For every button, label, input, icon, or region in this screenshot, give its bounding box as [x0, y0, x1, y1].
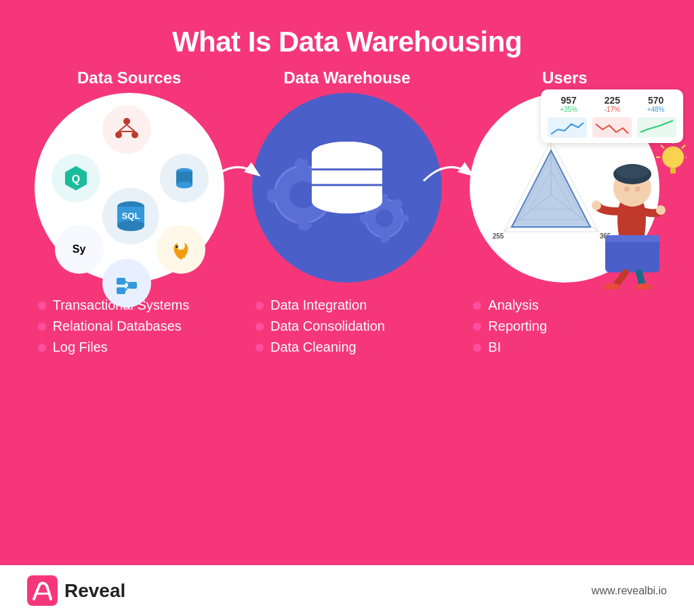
warehouse-bullets: Data Integration Data Consolidation Data… — [242, 297, 452, 361]
bullet-logfiles: Log Files — [38, 340, 234, 355]
warehouse-circle — [252, 93, 442, 283]
svg-rect-20 — [117, 287, 125, 294]
bullet-integration: Data Integration — [256, 297, 452, 313]
warehouse-inner — [252, 93, 442, 283]
svg-rect-37 — [399, 215, 409, 222]
svg-point-2 — [123, 118, 130, 125]
svg-line-64 — [615, 272, 626, 286]
bullet-consolidation: Data Consolidation — [256, 319, 452, 334]
bullet-reporting: Reporting — [473, 319, 670, 334]
svg-rect-18 — [117, 278, 125, 285]
svg-line-78 — [682, 145, 685, 148]
bullet-dot — [256, 344, 264, 352]
svg-point-70 — [616, 165, 649, 178]
svg-point-67 — [636, 283, 652, 289]
dashboard-card: 957 +35% 225 -17% 570 +48% — [541, 89, 683, 143]
col-title-sources: Data Sources — [77, 68, 181, 87]
metric-225: 225 -17% — [605, 95, 620, 113]
data-sources-circle: Q SQL — [35, 93, 224, 283]
svg-rect-82 — [27, 575, 58, 606]
col-title-warehouse: Data Warehouse — [283, 68, 410, 87]
svg-point-74 — [656, 205, 666, 215]
svg-rect-61 — [637, 117, 676, 138]
svg-point-34 — [375, 209, 393, 227]
svg-point-71 — [624, 186, 630, 192]
icon-query: Q — [52, 154, 100, 203]
svg-point-72 — [635, 186, 640, 192]
bullet-dot — [473, 344, 481, 352]
bullet-cleaning: Data Cleaning — [256, 340, 452, 355]
footer-url: www.revealbi.io — [592, 585, 667, 597]
svg-point-73 — [592, 201, 601, 210]
bullet-dot — [473, 323, 481, 331]
svg-text:255: 255 — [493, 232, 504, 240]
warehouse-illustration — [259, 100, 435, 276]
svg-rect-19 — [128, 282, 137, 289]
svg-point-4 — [131, 131, 138, 138]
bullet-dot — [38, 344, 46, 352]
bullet-dot — [38, 302, 46, 310]
svg-text:SQL: SQL — [121, 211, 140, 221]
svg-point-15 — [117, 220, 144, 231]
bullet-bi: BI — [473, 340, 670, 355]
metric-957: 957 +35% — [560, 95, 577, 113]
main-title: What Is Data Warehousing — [0, 0, 694, 65]
svg-line-21 — [125, 281, 128, 283]
arrow2-icon — [420, 161, 474, 188]
svg-point-12 — [176, 182, 192, 188]
bullet-dot — [256, 323, 264, 331]
icon-sql: SQL — [102, 188, 159, 245]
bullet-dot — [256, 302, 264, 310]
icon-sybase: Sy — [55, 225, 104, 274]
svg-point-3 — [115, 131, 122, 138]
bullet-relational: Relational Databases — [38, 319, 234, 334]
svg-rect-76 — [670, 168, 676, 173]
sources-icons: Q SQL — [41, 100, 218, 276]
svg-rect-63 — [605, 235, 659, 242]
icon-integration — [102, 259, 151, 308]
svg-point-48 — [312, 142, 382, 166]
bullet-analysis: Analysis — [473, 297, 670, 313]
bullet-dot — [38, 323, 46, 331]
svg-point-47 — [312, 189, 382, 213]
sparkline-1 — [548, 117, 587, 138]
svg-line-79 — [661, 145, 664, 148]
footer: Reveal www.revealbi.io — [0, 565, 694, 616]
svg-point-75 — [662, 146, 684, 168]
icon-network — [102, 105, 151, 154]
metric-570: 570 +48% — [647, 95, 665, 113]
svg-line-22 — [125, 287, 128, 291]
icon-mysql — [157, 225, 205, 274]
svg-line-6 — [127, 125, 135, 131]
logo-area: Reveal — [27, 575, 125, 606]
sparkline-3 — [637, 117, 676, 138]
sparkline-2 — [592, 117, 632, 138]
svg-line-5 — [119, 125, 127, 131]
arrow1-icon — [207, 161, 261, 188]
users-bullets: Analysis Reporting BI — [460, 297, 670, 361]
col-title-users: Users — [542, 68, 588, 87]
svg-text:Q: Q — [71, 173, 79, 185]
reveal-logo-icon — [27, 575, 58, 606]
bullet-dot — [473, 302, 481, 310]
logo-text: Reveal — [64, 580, 125, 602]
svg-point-17 — [176, 245, 178, 248]
icon-dynamo — [160, 154, 209, 203]
